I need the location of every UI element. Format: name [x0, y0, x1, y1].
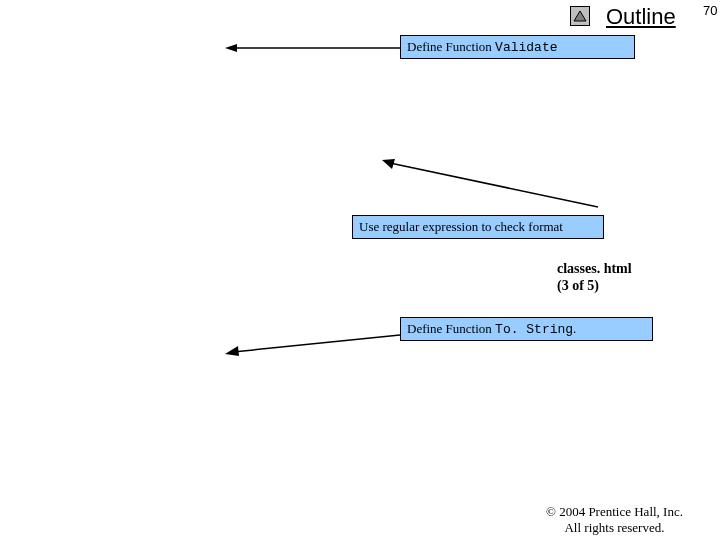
svg-line-5: [233, 335, 400, 352]
callout-text: Define Function: [407, 321, 495, 336]
svg-marker-2: [225, 44, 237, 52]
callout-suffix: .: [573, 321, 576, 336]
file-part: (3 of 5): [557, 278, 599, 294]
svg-marker-4: [382, 159, 395, 169]
callout-define-validate: Define Function Validate: [400, 35, 635, 59]
callout-code: To. String: [495, 322, 573, 337]
arrow-icon: [380, 155, 605, 215]
svg-line-3: [390, 163, 598, 207]
callout-code: Validate: [495, 40, 557, 55]
arrow-icon: [225, 42, 405, 54]
file-name: classes. html: [557, 261, 632, 277]
svg-marker-0: [574, 11, 586, 21]
outline-title: Outline: [606, 4, 676, 30]
svg-marker-6: [225, 346, 239, 356]
page-number: 70: [703, 3, 717, 18]
copyright-line: © 2004 Prentice Hall, Inc.: [546, 504, 683, 520]
outline-up-icon[interactable]: [570, 6, 590, 26]
callout-text: Use regular expression to check format: [359, 219, 563, 234]
arrow-icon: [225, 332, 405, 362]
callout-define-tostring: Define Function To. String.: [400, 317, 653, 341]
callout-regex: Use regular expression to check format: [352, 215, 604, 239]
callout-text: Define Function: [407, 39, 495, 54]
copyright: © 2004 Prentice Hall, Inc. All rights re…: [546, 504, 683, 537]
copyright-line: All rights reserved.: [546, 520, 683, 536]
